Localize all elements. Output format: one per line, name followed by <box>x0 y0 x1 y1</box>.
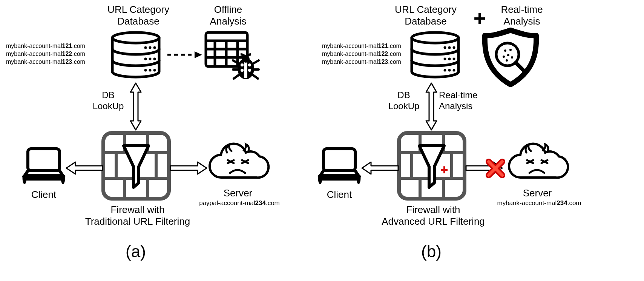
txt: URL CategoryDatabase <box>395 4 457 27</box>
p: paypal-account-mal <box>199 199 255 207</box>
panel-tag-b: (b) <box>416 242 446 262</box>
label-fw-caption-a: Firewall withTraditional URL Filtering <box>79 204 196 227</box>
txt: OfflineAnalysis <box>210 4 247 27</box>
svg-point-21 <box>248 63 251 66</box>
red-plus-icon: + <box>437 162 452 178</box>
svg-point-7 <box>144 69 147 72</box>
svg-point-38 <box>453 46 455 49</box>
svg-point-44 <box>453 69 455 72</box>
txt: Client <box>327 189 352 200</box>
svg-point-51 <box>511 56 513 59</box>
s: .com <box>388 51 401 57</box>
svg-point-49 <box>507 54 509 56</box>
double-arrow-vertical-icon <box>425 82 438 131</box>
svg-point-23 <box>248 69 251 72</box>
label-server-a: Server <box>206 187 270 199</box>
p: mybank-account-mal <box>6 43 62 49</box>
url-row: mybank-account-mal121.com <box>6 42 85 50</box>
url-list-b: mybank-account-mal121.com mybank-account… <box>322 42 401 66</box>
s: .com <box>388 43 401 49</box>
txt: (b) <box>421 242 442 261</box>
label-server-url-b: mybank-account-mal234.com <box>486 199 592 207</box>
offline-analysis-icon <box>204 30 260 83</box>
database-icon <box>109 32 162 80</box>
s: .com <box>72 43 85 49</box>
arrow-right-icon <box>170 161 208 176</box>
txt: + <box>440 162 448 178</box>
label-client-b: Client <box>313 189 366 201</box>
panel-a: URL CategoryDatabase OfflineAnalysis myb… <box>0 0 322 281</box>
s: .com <box>567 199 581 207</box>
p: mybank-account-mal <box>497 199 557 207</box>
svg-point-4 <box>144 58 147 60</box>
b: 234 <box>255 199 266 207</box>
svg-point-41 <box>453 58 455 60</box>
panel-tag-a: (a) <box>121 242 151 262</box>
txt: Firewall withTraditional URL Filtering <box>85 204 190 227</box>
double-arrow-vertical-icon <box>129 82 143 131</box>
s: .com <box>72 51 85 57</box>
txt: Server <box>523 187 552 199</box>
b: 122 <box>62 51 72 57</box>
arrow-left-icon <box>65 161 103 176</box>
label-dblookup-b: DBLookUp <box>383 90 425 112</box>
svg-point-6 <box>153 58 156 60</box>
label-server-b: Server <box>505 187 569 199</box>
label-offline-header: OfflineAnalysis <box>190 4 266 27</box>
url-row: mybank-account-mal123.com <box>322 58 401 66</box>
b: 234 <box>557 199 567 207</box>
svg-point-39 <box>444 58 446 60</box>
url-row: mybank-account-mal123.com <box>6 58 85 66</box>
txt: DBLookUp <box>388 90 420 111</box>
s: .com <box>266 199 280 207</box>
svg-point-3 <box>153 46 156 49</box>
database-icon <box>409 32 462 80</box>
svg-point-35 <box>412 32 458 43</box>
label-rt-analysis-link: Real-timeAnalysis <box>439 90 499 112</box>
txt: DBLookUp <box>93 90 124 111</box>
shield-scan-icon <box>480 27 541 88</box>
svg-point-36 <box>444 46 446 49</box>
label-fw-caption-b: Firewall withAdvanced URL Filtering <box>375 204 492 227</box>
svg-rect-66 <box>324 149 355 171</box>
b: 121 <box>62 43 72 49</box>
arrow-left-icon <box>360 161 398 176</box>
txt: Server <box>224 187 253 199</box>
b: 123 <box>62 59 72 65</box>
txt: Firewall withAdvanced URL Filtering <box>382 204 485 227</box>
label-client-a: Client <box>17 189 70 201</box>
svg-point-2 <box>149 46 152 49</box>
b: 123 <box>378 59 388 65</box>
svg-point-24 <box>242 55 250 63</box>
svg-point-43 <box>448 69 451 72</box>
svg-rect-34 <box>28 149 60 171</box>
svg-point-8 <box>149 69 152 72</box>
label-rt-header: Real-timeAnalysis <box>484 4 560 27</box>
dashed-arrow-icon <box>166 49 204 60</box>
p: mybank-account-mal <box>322 51 378 57</box>
laptop-icon <box>21 147 66 184</box>
b: 121 <box>378 43 388 49</box>
svg-point-9 <box>153 69 156 72</box>
svg-point-5 <box>149 58 152 60</box>
s: .com <box>72 59 85 65</box>
svg-point-52 <box>506 59 508 62</box>
txt: (a) <box>126 242 146 261</box>
svg-point-37 <box>448 46 451 49</box>
txt: Client <box>31 189 56 200</box>
svg-point-1 <box>144 46 147 49</box>
s: .com <box>388 59 401 65</box>
svg-point-40 <box>448 58 451 60</box>
svg-point-50 <box>503 56 505 58</box>
p: mybank-account-mal <box>6 59 62 65</box>
evil-cloud-icon <box>206 144 270 185</box>
svg-point-48 <box>509 49 512 51</box>
svg-point-47 <box>504 49 506 52</box>
b: 122 <box>378 51 388 57</box>
label-dblookup-a: DBLookUp <box>87 90 129 112</box>
svg-point-0 <box>112 32 159 43</box>
url-list-a: mybank-account-mal121.com mybank-account… <box>6 42 85 66</box>
p: mybank-account-mal <box>6 51 62 57</box>
url-row: mybank-account-mal122.com <box>322 50 401 58</box>
label-db-header-b: URL CategoryDatabase <box>377 4 475 27</box>
